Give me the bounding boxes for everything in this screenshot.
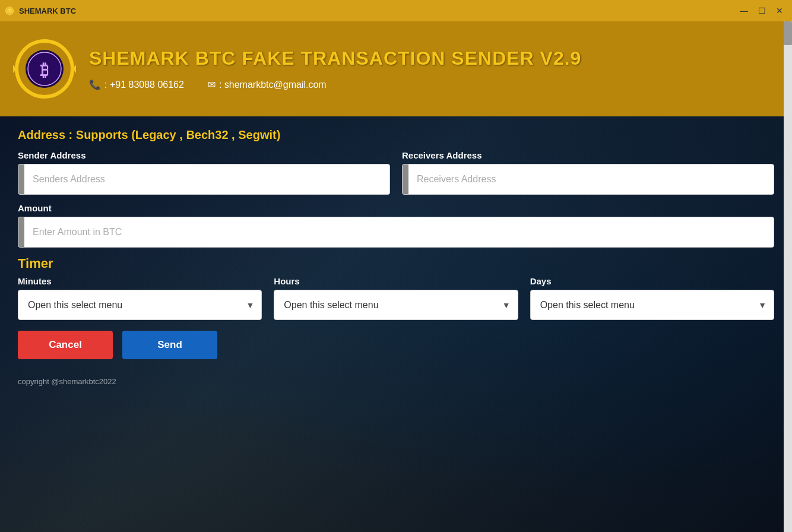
button-row: Cancel Send [18, 331, 774, 359]
minutes-select[interactable]: Open this select menu 1 5 10 15 30 45 [18, 290, 261, 319]
minutes-group: Minutes Open this select menu 1 5 10 15 … [18, 276, 262, 320]
svg-text:₿: ₿ [40, 61, 49, 80]
amount-label: Amount [18, 203, 774, 213]
title-bar-controls: — ☐ ✕ [736, 3, 787, 18]
minimize-button[interactable]: — [736, 3, 752, 18]
phone-number: : +91 83088 06162 [104, 80, 184, 90]
close-button[interactable]: ✕ [772, 3, 787, 18]
timer-section: Timer Minutes Open this select menu 1 5 … [18, 256, 774, 320]
receiver-address-group: Receivers Address [402, 150, 774, 195]
address-supports-label: Address : Supports (Legacy , Bech32 , Se… [18, 128, 774, 142]
hours-label: Hours [274, 276, 518, 286]
phone-info: 📞 : +91 83088 06162 [89, 79, 184, 90]
title-bar-title: SHEMARK BTC [19, 7, 76, 15]
send-button[interactable]: Send [122, 331, 217, 359]
maximize-button[interactable]: ☐ [754, 3, 769, 18]
sender-address-group: Sender Address [18, 150, 390, 195]
minutes-select-wrapper: Open this select menu 1 5 10 15 30 45 ▼ [18, 290, 262, 320]
scrollbar[interactable] [784, 21, 792, 532]
receiver-address-wrapper [402, 164, 774, 195]
days-group: Days Open this select menu 1 2 3 7 14 30… [530, 276, 774, 320]
content-panel: Address : Supports (Legacy , Bech32 , Se… [0, 116, 792, 398]
copyright-text: copyright @shemarkbtc2022 [18, 377, 774, 386]
email-address: : shemarkbtc@gmail.com [219, 80, 327, 90]
main-content: Address : Supports (Legacy , Bech32 , Se… [0, 116, 792, 532]
header-contact: 📞 : +91 83088 06162 ✉ : shemarkbtc@gmail… [89, 79, 780, 90]
phone-icon: 📞 [89, 79, 101, 90]
receiver-address-label: Receivers Address [402, 150, 774, 160]
timer-row: Minutes Open this select menu 1 5 10 15 … [18, 276, 774, 320]
title-bar-icon: 🪙 [5, 7, 14, 15]
days-select[interactable]: Open this select menu 1 2 3 7 14 30 [531, 290, 774, 319]
hours-group: Hours Open this select menu 1 2 6 12 24 … [274, 276, 518, 320]
days-select-wrapper: Open this select menu 1 2 3 7 14 30 ▼ [530, 290, 774, 320]
sender-address-label: Sender Address [18, 150, 390, 160]
scrollbar-thumb[interactable] [784, 21, 792, 45]
email-info: ✉ : shemarkbtc@gmail.com [208, 79, 327, 90]
receiver-input-accent [403, 164, 408, 194]
email-icon: ✉ [208, 79, 216, 90]
amount-input-accent [18, 217, 24, 247]
amount-group: Amount [18, 203, 774, 248]
title-bar: 🪙 SHEMARK BTC — ☐ ✕ [0, 0, 792, 21]
timer-title: Timer [18, 256, 774, 271]
title-bar-left: 🪙 SHEMARK BTC [5, 7, 76, 15]
hours-select[interactable]: Open this select menu 1 2 6 12 24 [274, 290, 517, 319]
app-header: ₿ SHEMARK BTC FAKE TRANSACTION SENDER V2… [0, 21, 792, 116]
hours-select-wrapper: Open this select menu 1 2 6 12 24 ▼ [274, 290, 518, 320]
sender-input-accent [18, 164, 24, 194]
app-logo: ₿ [12, 36, 77, 102]
receiver-address-input[interactable] [408, 164, 774, 194]
minutes-label: Minutes [18, 276, 262, 286]
address-row: Sender Address Receivers Address [18, 150, 774, 195]
days-label: Days [530, 276, 774, 286]
amount-input[interactable] [24, 217, 774, 247]
header-info: SHEMARK BTC FAKE TRANSACTION SENDER V2.9… [89, 48, 780, 90]
sender-address-input[interactable] [24, 164, 389, 194]
cancel-button[interactable]: Cancel [18, 331, 113, 359]
app-title: SHEMARK BTC FAKE TRANSACTION SENDER V2.9 [89, 48, 780, 69]
sender-address-wrapper [18, 164, 390, 195]
amount-wrapper [18, 217, 774, 248]
